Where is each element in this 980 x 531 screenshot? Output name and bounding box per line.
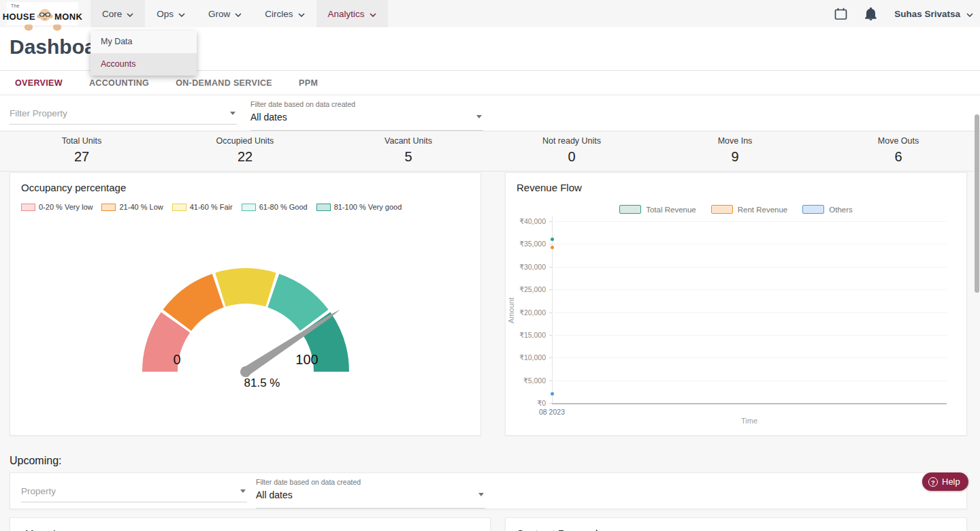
chevron-down-icon (178, 9, 185, 19)
user-name: Suhas Srivatsa (894, 9, 960, 19)
gauge-max-label: 100 (290, 352, 324, 368)
menu-item-my-data[interactable]: My Data (91, 31, 197, 53)
stat-value: 5 (327, 149, 490, 165)
stat-total-units: Total Units 27 (0, 131, 163, 171)
tab-ppm[interactable]: PPM (299, 78, 318, 88)
legend-swatch (172, 204, 186, 211)
nav-item-grow[interactable]: Grow (197, 0, 253, 27)
nav-item-label: Circles (265, 9, 293, 19)
legend-label: Total Revenue (646, 206, 696, 214)
y-axis-tick-label: ₹10,000 (519, 353, 546, 361)
legend-label: Rent Revenue (738, 206, 788, 214)
stat-label: Move Ins (653, 136, 817, 146)
dropdown-arrow-icon (240, 489, 246, 493)
y-axis-tick-label: ₹30,000 (519, 263, 546, 271)
y-axis-tick-label: ₹5,000 (523, 376, 546, 385)
upcoming-property-select[interactable]: Property (21, 480, 247, 502)
nav-item-analytics[interactable]: Analytics (316, 0, 388, 27)
tab-on-demand-service[interactable]: ON-DEMAND SERVICE (176, 78, 272, 88)
stat-label: Vacant Units (327, 136, 490, 146)
nav-item-core[interactable]: Core (91, 0, 145, 27)
core-dropdown-menu: My Data Accounts (91, 31, 197, 76)
y-axis-tick-label: ₹15,000 (519, 331, 546, 339)
gridline (552, 381, 947, 381)
help-button-label: Help (942, 477, 960, 487)
y-axis-tick-label: ₹20,000 (519, 308, 546, 317)
revenue-flow-title: Revenue Flow (517, 182, 582, 193)
nav-item-label: Core (102, 9, 122, 19)
data-point[interactable] (551, 238, 554, 241)
logo-the-text: The (11, 3, 20, 8)
data-point[interactable] (551, 246, 554, 249)
upcoming-heading: Upcoming: (10, 455, 61, 467)
gauge-value-label: 81.5 % (221, 376, 303, 390)
filter-date-select[interactable]: All dates (250, 108, 483, 131)
legend-label: 41-60 % Fair (190, 203, 233, 211)
legend-item: 81-100 % Very good (316, 203, 402, 211)
tab-accounting[interactable]: ACCOUNTING (89, 78, 149, 88)
legend-label: 81-100 % Very good (334, 203, 402, 211)
revenue-plot-area: ₹40,000₹35,000₹30,000₹25,000₹20,000₹15,0… (552, 221, 947, 403)
nav-item-label: Ops (157, 9, 174, 19)
legend-swatch (242, 204, 256, 211)
gridline (552, 221, 947, 222)
axis-tick (549, 335, 552, 336)
filter-property-select[interactable]: Filter Property (10, 102, 237, 125)
notifications-bell-icon[interactable] (865, 7, 877, 20)
chevron-down-icon (370, 9, 376, 19)
legend-item-others[interactable]: Others (802, 205, 853, 214)
stat-value: 9 (653, 149, 817, 165)
gridline (552, 267, 947, 268)
dropdown-arrow-icon (230, 112, 235, 115)
tab-overview[interactable]: OVERVIEW (15, 78, 63, 88)
help-button[interactable]: ? Help (922, 472, 968, 491)
logo-house-text: HOUSE (3, 12, 35, 22)
user-menu[interactable]: Suhas Srivatsa (894, 9, 973, 19)
axis-tick (549, 289, 552, 290)
stat-value: 27 (0, 149, 163, 165)
housemonk-logo[interactable]: The HOUSE MONK (7, 2, 78, 25)
legend-swatch (21, 204, 35, 211)
legend-label: 21-40 % Low (119, 203, 163, 211)
stat-move-outs: Move Outs 6 (817, 131, 980, 171)
calendar-icon[interactable] (834, 7, 847, 20)
main-content: Total Units 27 Occupied Units 22 Vacant … (0, 131, 980, 531)
data-point[interactable] (551, 392, 554, 396)
axis-tick (549, 403, 552, 404)
legend-swatch (802, 205, 824, 214)
axis-tick (549, 244, 552, 244)
axis-tick (549, 267, 552, 268)
nav-item-label: Grow (208, 9, 230, 19)
vertical-scrollbar-thumb[interactable] (975, 114, 979, 293)
upcoming-date-label: Filter date based on data created (256, 478, 361, 486)
axis-tick (549, 312, 552, 313)
revenue-flow-card: Revenue Flow Total Revenue Rent Revenue … (505, 172, 967, 436)
nav-item-circles[interactable]: Circles (253, 0, 316, 27)
legend-item-rent-revenue[interactable]: Rent Revenue (711, 205, 788, 214)
occupancy-legend: 0-20 % Very low 21-40 % Low 41-60 % Fair… (21, 203, 402, 211)
filter-date-label: Filter date based on data created (250, 100, 355, 108)
occupancy-card: Occupancy percentage 0-20 % Very low 21-… (10, 172, 481, 436)
contract-renewals-card: Contract Renewals (505, 517, 967, 531)
stat-not-ready-units: Not ready Units 0 (490, 131, 653, 171)
stat-move-ins: Move Ins 9 (653, 131, 817, 171)
filter-property-placeholder: Filter Property (10, 102, 237, 125)
chevron-down-icon (298, 9, 305, 19)
nav-item-ops[interactable]: Ops (145, 0, 197, 27)
legend-label: 0-20 % Very low (39, 203, 93, 211)
upcoming-date-value: All dates (256, 486, 485, 504)
contract-renewals-card-title: Contract Renewals (517, 528, 603, 531)
chevron-down-icon (127, 9, 133, 19)
upcoming-date-select[interactable]: All dates (256, 486, 485, 509)
legend-item-total-revenue[interactable]: Total Revenue (619, 205, 696, 214)
paw-icon (24, 25, 33, 31)
gridline (552, 357, 947, 358)
menu-item-accounts[interactable]: Accounts (91, 53, 197, 76)
legend-swatch (619, 205, 641, 214)
legend-label: Others (829, 206, 853, 214)
top-nav-bar: The HOUSE MONK Core Ops (0, 0, 980, 27)
nav-item-label: Analytics (328, 9, 365, 19)
chevron-down-icon (966, 9, 973, 19)
upcoming-filter-bar: Property Filter date based on data creat… (10, 472, 967, 509)
help-question-icon: ? (928, 477, 938, 487)
